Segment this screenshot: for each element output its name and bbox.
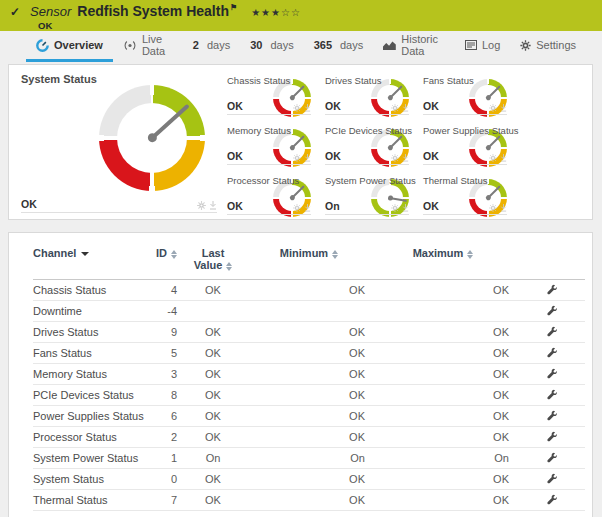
channel-maximum: OK xyxy=(369,427,517,448)
channel-settings-wrench-icon[interactable] xyxy=(546,326,557,337)
mini-gauge-label: Fans Status xyxy=(423,75,474,86)
download-icon[interactable] xyxy=(500,204,507,212)
download-icon[interactable] xyxy=(402,154,409,162)
tab-overview[interactable]: Overview xyxy=(26,31,113,62)
sort-icon xyxy=(226,262,232,271)
channel-settings-wrench-icon[interactable] xyxy=(546,494,557,505)
mini-gauge-value: OK xyxy=(325,150,341,162)
channel-settings-wrench-icon[interactable] xyxy=(546,473,557,484)
channel-last-value: OK xyxy=(177,364,249,385)
channel-last-value: OK xyxy=(177,469,249,490)
tab-historic-data[interactable]: Historic Data xyxy=(373,31,455,62)
download-icon[interactable] xyxy=(500,154,507,162)
channel-settings-wrench-icon[interactable] xyxy=(546,284,557,295)
channel-minimum: OK xyxy=(249,427,369,448)
table-row: System Power Status 1 On On On xyxy=(33,448,585,469)
gauge-needle xyxy=(487,185,500,198)
gear-icon[interactable] xyxy=(391,154,399,162)
download-icon[interactable] xyxy=(304,104,311,112)
column-header-channel[interactable]: Channel xyxy=(33,243,145,280)
gear-icon[interactable] xyxy=(293,154,301,162)
channel-minimum: On xyxy=(249,448,369,469)
channel-settings-wrench-icon[interactable] xyxy=(546,305,557,316)
gear-icon[interactable] xyxy=(197,201,206,210)
gear-icon[interactable] xyxy=(293,204,301,212)
mini-gauge-label: PCIe Devices Status xyxy=(325,125,412,136)
channel-id: 3 xyxy=(145,364,177,385)
download-icon[interactable] xyxy=(209,201,217,210)
column-header-maximum[interactable]: Maximum xyxy=(369,243,517,280)
gauge-needle xyxy=(151,104,190,140)
gear-icon[interactable] xyxy=(293,104,301,112)
mini-gauge-label: System Power Status xyxy=(325,175,416,186)
tab-30-days[interactable]: 30days xyxy=(240,31,304,62)
priority-flag-icon[interactable]: ⚑ xyxy=(230,3,237,12)
gauge-needle xyxy=(291,85,304,98)
column-header-actions xyxy=(517,243,585,280)
gear-icon[interactable] xyxy=(391,104,399,112)
channel-minimum: OK xyxy=(249,406,369,427)
gear-icon[interactable] xyxy=(489,104,497,112)
column-header-minimum[interactable]: Minimum xyxy=(249,243,369,280)
download-icon[interactable] xyxy=(304,154,311,162)
mini-gauge-label: Power Supplies Status xyxy=(423,125,519,136)
mini-gauge-value: OK xyxy=(227,150,243,162)
sort-icon xyxy=(467,250,473,259)
tab-365-days[interactable]: 365days xyxy=(304,31,374,62)
mini-gauge-cell: Drives Status OK xyxy=(321,71,419,121)
download-icon[interactable] xyxy=(402,104,409,112)
download-icon[interactable] xyxy=(402,204,409,212)
channel-table: Channel ID Last Value Minimum Maximum Ch… xyxy=(33,243,585,511)
mini-gauge-value: OK xyxy=(423,100,439,112)
channel-minimum: OK xyxy=(249,469,369,490)
channel-id: 4 xyxy=(145,280,177,301)
channel-id: 1 xyxy=(145,448,177,469)
priority-stars[interactable]: ★★★☆☆ xyxy=(251,7,301,18)
channel-id: 0 xyxy=(145,469,177,490)
gear-icon[interactable] xyxy=(489,154,497,162)
channel-name: Processor Status xyxy=(33,427,145,448)
gauge-needle xyxy=(291,185,304,198)
channel-settings-wrench-icon[interactable] xyxy=(546,389,557,400)
channel-maximum xyxy=(369,301,517,322)
channel-table-panel: Channel ID Last Value Minimum Maximum Ch… xyxy=(8,232,593,517)
channel-settings-wrench-icon[interactable] xyxy=(546,410,557,421)
column-header-id[interactable]: ID xyxy=(145,243,177,280)
mini-gauge-label: Chassis Status xyxy=(227,75,290,86)
download-icon[interactable] xyxy=(500,104,507,112)
system-status-cell: System Status OK xyxy=(9,69,223,219)
tab-live-data[interactable]: Live Data xyxy=(113,31,183,62)
channel-settings-wrench-icon[interactable] xyxy=(546,431,557,442)
table-row: Thermal Status 7 OK OK OK xyxy=(33,490,585,511)
gear-icon[interactable] xyxy=(391,204,399,212)
table-row: Power Supplies Status 6 OK OK OK xyxy=(33,406,585,427)
channel-maximum: OK xyxy=(369,364,517,385)
live-data-icon xyxy=(123,40,137,51)
channel-last-value: OK xyxy=(177,385,249,406)
sort-icon xyxy=(332,250,338,259)
tab-bar: Overview Live Data 2days 30days 365days … xyxy=(0,31,602,62)
gear-icon[interactable] xyxy=(489,204,497,212)
channel-settings-wrench-icon[interactable] xyxy=(546,452,557,463)
channel-settings-wrench-icon[interactable] xyxy=(546,368,557,379)
channel-name: Power Supplies Status xyxy=(33,406,145,427)
table-row: System Status 0 OK OK OK xyxy=(33,469,585,490)
mini-gauge-cell: System Power Status On xyxy=(321,171,419,221)
table-row: Chassis Status 4 OK OK OK xyxy=(33,280,585,301)
channel-minimum: OK xyxy=(249,490,369,511)
channel-id: 7 xyxy=(145,490,177,511)
download-icon[interactable] xyxy=(304,204,311,212)
sensor-header: ✓ Sensor Redfish System Health⚑ ★★★☆☆ OK xyxy=(0,0,602,31)
tab-settings[interactable]: Settings xyxy=(510,31,586,62)
column-header-last-value[interactable]: Last Value xyxy=(177,243,249,280)
channel-maximum: OK xyxy=(369,343,517,364)
table-row: Fans Status 5 OK OK OK xyxy=(33,343,585,364)
channel-settings-wrench-icon[interactable] xyxy=(546,347,557,358)
gauge-needle xyxy=(291,135,304,148)
sensor-status-badge: OK xyxy=(38,20,592,31)
tab-log[interactable]: Log xyxy=(455,31,510,62)
tab-2-days[interactable]: 2days xyxy=(183,31,240,62)
channel-name: Chassis Status xyxy=(33,280,145,301)
channel-last-value: OK xyxy=(177,406,249,427)
channel-minimum: OK xyxy=(249,280,369,301)
